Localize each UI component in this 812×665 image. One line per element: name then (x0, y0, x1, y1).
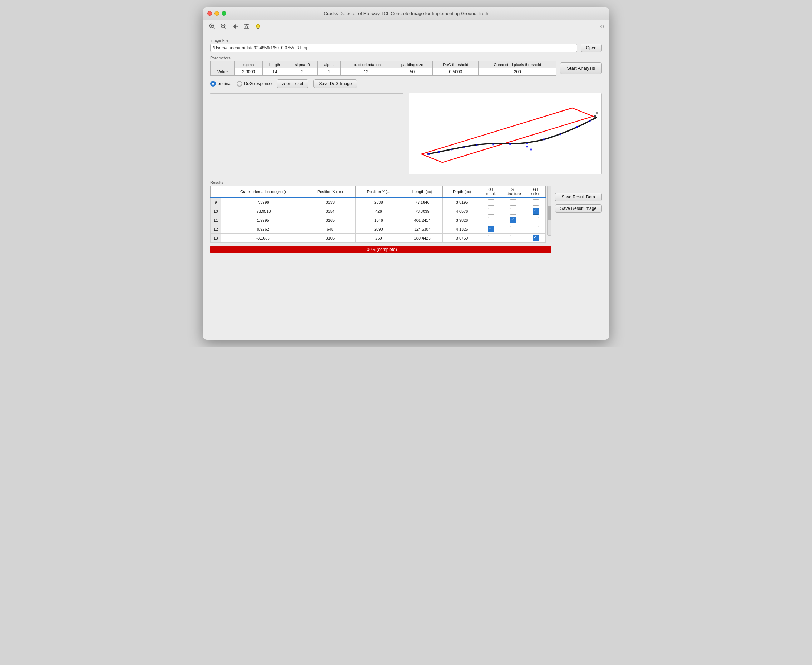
row-11-gtcrack[interactable] (481, 216, 501, 224)
svg-rect-25 (463, 147, 465, 148)
param-val-sigma0: 2 (287, 68, 317, 76)
row-9-length: 77.1846 (402, 198, 443, 207)
results-table: Crack orientation (degree) Position X (p… (210, 185, 546, 243)
param-val-connected: 200 (479, 68, 557, 76)
controls-row: original DoG response zoom reset Save Do… (210, 79, 602, 88)
row-10-gtnoise-checkbox[interactable] (533, 208, 539, 215)
bottom-right-buttons: Save Result Data Save Result Image (555, 185, 602, 213)
zoom-in-icon[interactable] (208, 22, 217, 31)
pan-icon[interactable] (231, 22, 239, 31)
minimize-button[interactable] (214, 11, 219, 16)
row-9-gtnoise-checkbox[interactable] (533, 199, 539, 206)
save-result-image-button[interactable]: Save Result Image (555, 204, 602, 213)
svg-rect-34 (526, 146, 528, 147)
results-col-length: Length (px) (402, 185, 443, 198)
maximize-button[interactable] (222, 11, 226, 16)
row-11-gtcrack-checkbox[interactable] (488, 217, 494, 223)
row-10-length: 73.3039 (402, 206, 443, 216)
row-11-gtstruct-checkbox[interactable] (510, 217, 516, 223)
svg-rect-29 (526, 142, 528, 144)
save-result-data-button[interactable]: Save Result Data (555, 193, 602, 201)
row-9-gtstruct-checkbox[interactable] (510, 199, 516, 206)
row-9-posy: 2538 (355, 198, 402, 207)
param-col-empty (211, 62, 235, 68)
row-13-orient: -3.1688 (221, 233, 305, 242)
row-9-posx: 3333 (305, 198, 355, 207)
row-13-gtstruct[interactable] (501, 233, 526, 242)
results-col-gtnoise: GT noise (526, 185, 546, 198)
row-9-orient: 7.3996 (221, 198, 305, 207)
toolbar: ⟲ (203, 20, 609, 33)
results-col-num (211, 185, 221, 198)
row-12-gtcrack[interactable] (481, 224, 501, 233)
row-9-gtstruct[interactable] (501, 198, 526, 207)
row-10-gtstruct-checkbox[interactable] (510, 208, 516, 215)
radio-dog[interactable]: DoG response (237, 81, 271, 87)
row-9-gtcrack[interactable] (481, 198, 501, 207)
param-col-sigma: sigma (235, 62, 263, 68)
row-12-gtcrack-checkbox[interactable] (488, 226, 494, 233)
param-val-sigma: 3.3000 (235, 68, 263, 76)
row-13-gtcrack[interactable] (481, 233, 501, 242)
file-row: Open (210, 44, 602, 52)
results-col-gtstruct: GT structure (501, 185, 526, 198)
row-10-num: 10 (211, 206, 221, 216)
save-dog-button[interactable]: Save DoG Image (314, 79, 357, 88)
row-13-gtcrack-checkbox[interactable] (488, 235, 494, 241)
params-table: sigma length sigma_0 alpha no. of orient… (210, 61, 557, 76)
resize-icon: ⟲ (600, 24, 604, 29)
main-content: Image File Open Parameters sigma length … (203, 33, 609, 340)
row-13-gtnoise-checkbox[interactable] (533, 235, 539, 241)
row-11-depth: 3.9826 (443, 216, 481, 224)
results-scrollbar[interactable] (547, 185, 551, 236)
param-col-connected: Connected pixels threshold (479, 62, 557, 68)
param-col-orient: no. of orientation (340, 62, 392, 68)
radio-original-label: original (218, 81, 232, 86)
progress-bar: 100% (complete) (210, 246, 551, 254)
main-window: Cracks Detector of Railway TCL Concrete … (203, 7, 609, 340)
param-val-orient: 12 (340, 68, 392, 76)
titlebar: Cracks Detector of Railway TCL Concrete … (203, 7, 609, 20)
row-13-num: 13 (211, 233, 221, 242)
svg-rect-27 (492, 144, 494, 146)
param-col-alpha: alpha (317, 62, 340, 68)
capture-icon[interactable] (242, 22, 251, 31)
row-12-gtstruct-checkbox[interactable] (510, 226, 516, 233)
row-10-gtnoise[interactable] (526, 206, 546, 216)
zoom-reset-button[interactable]: zoom reset (277, 79, 309, 88)
row-10-gtcrack[interactable] (481, 206, 501, 216)
file-section: Image File Open (210, 38, 602, 52)
radio-dog-circle (237, 81, 242, 87)
row-9-gtnoise[interactable] (526, 198, 546, 207)
row-12-gtnoise-checkbox[interactable] (533, 226, 539, 233)
original-image-panel (210, 93, 404, 94)
row-10-posy: 426 (355, 206, 402, 216)
row-11-gtnoise[interactable] (526, 216, 546, 224)
scrollbar-thumb[interactable] (547, 206, 551, 220)
row-9-gtcrack-checkbox[interactable] (488, 199, 494, 206)
row-12-gtstruct[interactable] (501, 224, 526, 233)
row-12-gtnoise[interactable] (526, 224, 546, 233)
results-section: Results Crack orientation (degree) Posit… (210, 180, 602, 254)
file-path-input[interactable] (210, 44, 577, 52)
row-10-gtcrack-checkbox[interactable] (488, 208, 494, 215)
start-analysis-button[interactable]: Start Analysis (560, 62, 602, 74)
row-9-depth: 3.8195 (443, 198, 481, 207)
row-11-gtnoise-checkbox[interactable] (533, 217, 539, 223)
lightbulb-icon[interactable] (254, 22, 262, 31)
results-col-depth: Depth (px) (443, 185, 481, 198)
svg-rect-10 (245, 24, 248, 25)
row-13-gtstruct-checkbox[interactable] (510, 235, 516, 241)
table-row: 12 9.9262 648 2090 324.6304 4.1326 (211, 224, 546, 233)
param-val-dog: 0.5000 (433, 68, 479, 76)
row-11-num: 11 (211, 216, 221, 224)
row-10-gtstruct[interactable] (501, 206, 526, 216)
close-button[interactable] (207, 11, 212, 16)
row-13-gtnoise[interactable] (526, 233, 546, 242)
open-button[interactable]: Open (581, 44, 602, 52)
radio-original[interactable]: original (210, 81, 232, 87)
zoom-out-icon[interactable] (219, 22, 228, 31)
row-11-gtstruct[interactable] (501, 216, 526, 224)
param-val-padding: 50 (392, 68, 433, 76)
row-13-posy: 250 (355, 233, 402, 242)
